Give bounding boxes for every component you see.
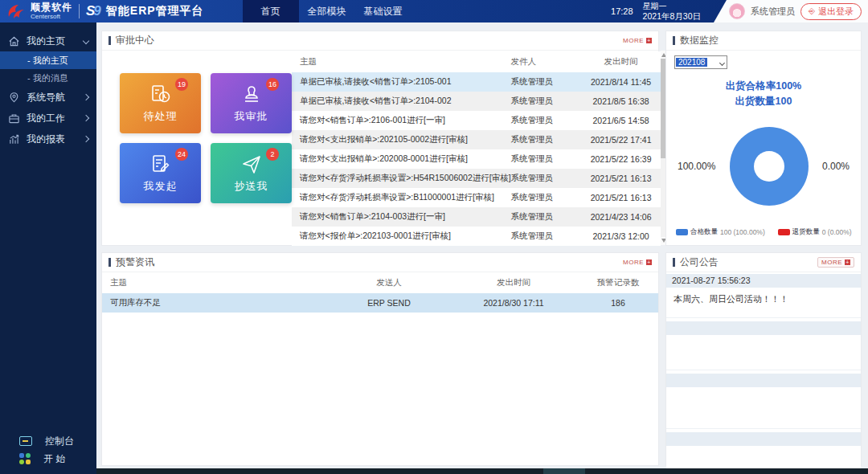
monitor-panel-title: 数据监控: [680, 34, 719, 47]
panel-accent: [673, 258, 675, 267]
panel-accent: [108, 36, 111, 45]
table-row[interactable]: 请您对<支出报销单>:202008-0001进行[审核]系统管理员2021/5/…: [292, 149, 661, 169]
sidebar-item-my-reports[interactable]: 我的报表: [0, 129, 96, 149]
panel-accent: [108, 258, 111, 267]
table-row[interactable]: 请您对<存货浮动耗损率设置>:H54R15006002进行[审核]系统管理员20…: [292, 169, 661, 188]
pass-rate-line: 出货合格率100%: [674, 79, 853, 94]
chevron-down-icon: [83, 38, 89, 44]
notice-panel-title: 公司公告: [680, 255, 719, 269]
map-pin-icon: [8, 92, 20, 104]
table-row[interactable]: 请您对<支出报销单>:202105-0002进行[审核]系统管理员2021/5/…: [292, 130, 661, 149]
alerts-panel-title: 预警资讯: [116, 255, 154, 269]
start-icon: [19, 453, 31, 464]
tab-all-modules[interactable]: 全部模块: [299, 0, 355, 22]
tile-pending[interactable]: 待处理 19: [120, 73, 201, 133]
table-row[interactable]: 请您对<销售订单>:2106-001进行[一审]系统管理员2021/6/5 14…: [292, 111, 661, 130]
start-button[interactable]: 开 始: [0, 450, 96, 468]
donut-right-label: 0.00%: [822, 161, 850, 172]
my-approvals-count-badge: 16: [266, 78, 279, 91]
sidebar-subitem-my-messages[interactable]: - 我的消息: [0, 69, 96, 87]
approval-panel-title: 审批中心: [116, 34, 154, 47]
doc-pencil-icon: [149, 153, 173, 177]
ship-qty-line: 出货数量100: [674, 94, 853, 109]
company-notice-panel: 公司公告 MORE+ 2021-08-27 15:56:23 本周六、周日公司活…: [665, 252, 862, 466]
weekday: 星期一: [643, 2, 701, 11]
approval-center-panel: 审批中心 MORE+ 待处理 19 我审批 16 我发起 24: [101, 31, 659, 246]
centersoft-logo-icon: [6, 2, 26, 20]
topbar-user-area: 系统管理员 ⎆ 退出登录: [714, 0, 868, 22]
tile-initiated-by-me[interactable]: 我发起 24: [120, 143, 201, 203]
send-icon: [240, 153, 264, 177]
data-monitor-panel: 数据监控 202108 出货合格率100% 出货数量100 100.00% 0.…: [665, 31, 862, 246]
logo-text-cn: 顺景软件: [31, 2, 72, 12]
logo-separator: [79, 4, 80, 18]
tab-home[interactable]: 首页: [243, 0, 299, 22]
legend-swatch-return: [778, 229, 790, 235]
monitor-summary: 出货合格率100% 出货数量100: [674, 79, 853, 109]
logout-button[interactable]: ⎆ 退出登录: [800, 3, 862, 20]
datetime-block: 17:28 星期一 2021年8月30日: [611, 2, 710, 22]
chevron-down-icon: [719, 60, 725, 66]
avatar[interactable]: [729, 3, 745, 19]
alerts-panel: 预警资讯 MORE+ 主题 发送人 发出时间 预警记录数 可用库存不足 ERP …: [101, 252, 659, 466]
console-icon: [19, 436, 32, 446]
notice-date: [666, 374, 861, 387]
more-icon: +: [845, 259, 850, 265]
app-logo: 顺景软件 Centersoft: [0, 2, 72, 20]
main-nav-tabs: 首页 全部模块 基础设置: [243, 0, 411, 22]
logo-text-en: Centersoft: [31, 14, 72, 20]
donut-legend: 合格数量 100 (100.00%) 退货数量 0 (0.00%): [676, 227, 852, 237]
tile-my-approvals[interactable]: 我审批 16: [211, 73, 292, 133]
table-row[interactable]: 请您对<销售订单>:2104-003进行[一审]系统管理员2021/4/23 1…: [292, 207, 661, 227]
s9-logo: S9: [86, 3, 100, 19]
notice-item[interactable]: [666, 335, 861, 370]
more-icon: +: [646, 259, 652, 265]
stamp-icon: [240, 83, 264, 107]
pending-count-badge: 19: [175, 78, 188, 91]
sidebar-item-system-nav[interactable]: 系统导航: [0, 87, 96, 108]
legend-swatch-pass: [676, 229, 688, 235]
alerts-table-header: 主题 发送人 发出时间 预警记录数: [102, 272, 658, 293]
approval-table-header: 主题 发件人 发出时间: [292, 51, 661, 72]
console-button[interactable]: 控制台: [0, 432, 96, 450]
chart-icon: [8, 133, 20, 145]
cc-count-badge: 2: [266, 148, 279, 161]
table-row[interactable]: 单据已审核,请接收<销售订单>:2104-002系统管理员2021/8/5 16…: [292, 92, 661, 111]
initiated-count-badge: 24: [175, 148, 188, 161]
top-bar: 顺景软件 Centersoft S9 智能ERP管理平台 首页 全部模块 基础设…: [0, 0, 868, 22]
notice-date: [666, 432, 861, 446]
chevron-right-icon: [83, 115, 89, 121]
chevron-right-icon: [83, 136, 89, 142]
tab-basic-settings[interactable]: 基础设置: [355, 0, 411, 22]
alerts-more-link[interactable]: MORE+: [623, 259, 652, 266]
notice-item[interactable]: [666, 387, 861, 429]
table-row[interactable]: 单据已审核,请接收<销售订单>:2105-001系统管理员2021/8/14 1…: [292, 72, 661, 92]
more-icon: +: [646, 38, 652, 43]
notice-date: 2021-08-27 15:56:23: [666, 274, 861, 288]
notice-date: [666, 321, 861, 335]
home-icon: [8, 35, 20, 47]
tile-cc-me[interactable]: 抄送我 2: [211, 143, 292, 203]
sidebar: 我的主页 - 我的主页 - 我的消息 系统导航 我的工作 我的报表 控制台 开 …: [0, 22, 96, 474]
doc-clock-icon: [149, 83, 173, 107]
table-row[interactable]: 请您对<存货浮动耗损率设置>:B11000001进行[审核]系统管理员2021/…: [292, 188, 661, 207]
table-row[interactable]: 请您对<报价单>:202103-0001进行[审核]系统管理员2021/3/3 …: [292, 227, 661, 246]
product-title: 智能ERP管理平台: [106, 4, 204, 18]
period-select[interactable]: 202108: [674, 55, 727, 69]
briefcase-icon: [8, 112, 20, 125]
table-row[interactable]: 可用库存不足 ERP SEND 2021/8/30 17:11 186: [102, 293, 658, 313]
logout-icon: ⎆: [809, 7, 815, 15]
chevron-right-icon: [83, 94, 89, 100]
donut-left-label: 100.00%: [678, 161, 715, 172]
clock: 17:28: [611, 6, 633, 16]
notice-more-link[interactable]: MORE+: [817, 257, 854, 268]
sidebar-item-my-work[interactable]: 我的工作: [0, 108, 96, 129]
sidebar-subitem-my-home[interactable]: - 我的主页: [0, 51, 96, 69]
date: 2021年8月30日: [643, 11, 701, 22]
notice-item[interactable]: 本周六、周日公司活动！！！: [666, 288, 861, 318]
current-user: 系统管理员: [751, 6, 795, 18]
approval-more-link[interactable]: MORE+: [623, 37, 652, 44]
sidebar-item-my-home[interactable]: 我的主页: [0, 31, 96, 51]
approval-tiles: 待处理 19 我审批 16 我发起 24 抄送我 2: [102, 51, 292, 245]
approval-table: 主题 发件人 发出时间 单据已审核,请接收<销售订单>:2105-001系统管理…: [292, 51, 661, 245]
